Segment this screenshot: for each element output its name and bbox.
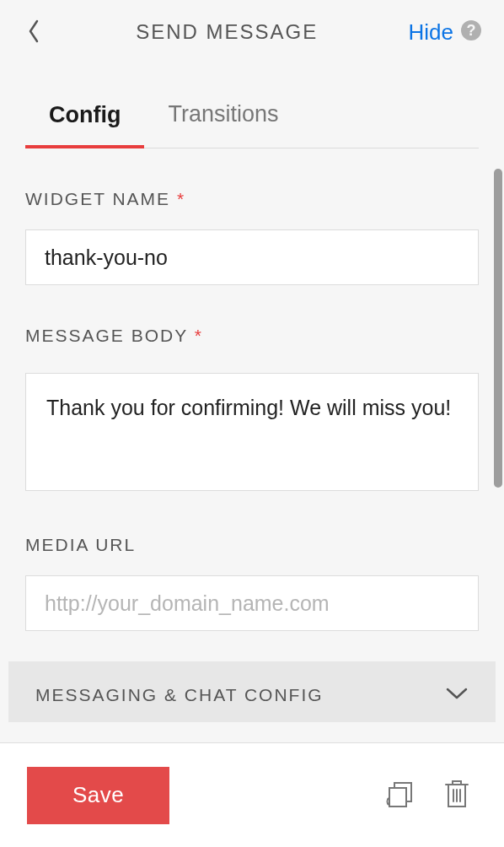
tab-config[interactable]: Config: [25, 92, 144, 148]
svg-text:?: ?: [467, 22, 476, 39]
duplicate-icon: [384, 778, 416, 810]
message-body-textarea[interactable]: Thank you for confirming! We will miss y…: [25, 373, 479, 491]
help-icon[interactable]: ?: [460, 19, 482, 45]
message-body-label: MESSAGE BODY *: [25, 326, 479, 346]
save-button[interactable]: Save: [27, 767, 169, 824]
tab-transitions[interactable]: Transitions: [144, 91, 302, 148]
chevron-down-icon: [445, 687, 469, 704]
back-button[interactable]: [22, 14, 46, 51]
accordion-title: MESSAGING & CHAT CONFIG: [35, 685, 324, 705]
scrollbar[interactable]: [494, 169, 502, 488]
chevron-left-icon: [27, 19, 40, 43]
page-title: SEND MESSAGE: [46, 20, 409, 44]
delete-button[interactable]: [437, 772, 477, 818]
trash-icon: [442, 777, 472, 811]
media-url-label: MEDIA URL: [25, 535, 479, 555]
tabs: Config Transitions: [25, 91, 479, 148]
widget-name-label-text: WIDGET NAME: [25, 189, 170, 208]
widget-name-input[interactable]: [25, 229, 479, 285]
required-asterisk: *: [195, 326, 203, 345]
hide-button[interactable]: Hide: [409, 19, 453, 46]
media-url-input[interactable]: [25, 575, 479, 631]
widget-name-label: WIDGET NAME *: [25, 189, 479, 209]
required-asterisk: *: [177, 189, 185, 208]
svg-rect-3: [389, 788, 406, 807]
accordion-messaging-chat[interactable]: MESSAGING & CHAT CONFIG: [8, 661, 496, 722]
duplicate-button[interactable]: [379, 773, 421, 817]
message-body-label-text: MESSAGE BODY: [25, 326, 188, 345]
